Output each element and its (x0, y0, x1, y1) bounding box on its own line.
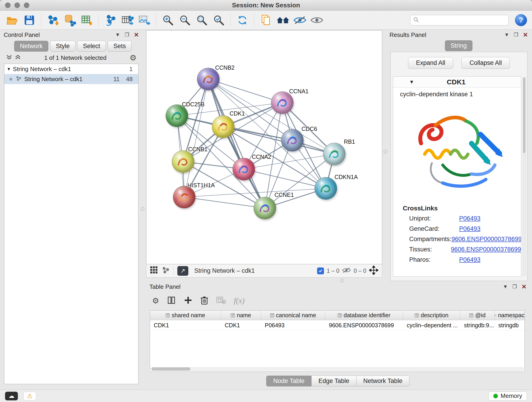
tab-network[interactable]: Network (14, 41, 48, 51)
zoom-window-button[interactable] (24, 2, 29, 8)
tab-style[interactable]: Style (50, 41, 75, 51)
column-header[interactable]: canonical name (261, 311, 325, 320)
card-collapse-icon[interactable]: ▼ (409, 79, 414, 85)
show-columns-icon[interactable] (167, 296, 176, 306)
network-node[interactable] (166, 104, 188, 127)
gear-icon[interactable]: ⚙ (130, 54, 137, 62)
table-cell[interactable]: stringdb (495, 320, 525, 330)
protein-thumbnail-icon (281, 129, 304, 152)
crosslink-value-link[interactable]: 9606.ENSP00000378699 (451, 246, 521, 253)
network-node[interactable] (197, 68, 220, 90)
protein-thumbnail-icon (323, 143, 346, 166)
warnings-button[interactable]: ⚠ (23, 392, 36, 400)
panel-close-icon[interactable]: ✕ (134, 32, 139, 38)
right-splitter-handle[interactable] (384, 150, 387, 153)
panel-menu-icon[interactable]: ▼ (503, 284, 508, 289)
clone-network-button[interactable] (259, 13, 273, 27)
network-node[interactable] (281, 129, 304, 152)
search-input[interactable] (421, 17, 506, 24)
table-cell[interactable]: P06493 (261, 320, 325, 330)
zoom-fit-button[interactable] (195, 13, 209, 27)
new-network-from-selection-button[interactable] (103, 13, 118, 27)
save-session-button[interactable] (22, 13, 37, 27)
zoom-out-button[interactable] (177, 13, 192, 27)
network-node[interactable] (173, 186, 196, 208)
results-scrollbar[interactable] (523, 77, 526, 276)
export-network-button[interactable] (120, 13, 135, 27)
add-column-icon[interactable] (184, 296, 192, 306)
tab-edge-table[interactable]: Edge Table (311, 376, 356, 386)
panel-menu-icon[interactable]: ▼ (115, 32, 120, 37)
memory-button[interactable]: Memory (488, 391, 527, 401)
table-cell[interactable]: CDK1 (221, 320, 261, 330)
table-cell[interactable]: CDK1 (150, 320, 221, 330)
column-header[interactable]: description (403, 311, 460, 320)
import-network-from-file-button[interactable] (46, 13, 60, 27)
panel-close-icon[interactable]: ✕ (521, 284, 526, 290)
column-header[interactable]: @id (460, 311, 495, 320)
crosslink-value-link[interactable]: P06493 (459, 215, 481, 222)
collapse-all-icon[interactable] (6, 54, 12, 61)
network-node[interactable] (233, 158, 255, 180)
import-table-button[interactable] (80, 13, 94, 27)
table-row[interactable]: CDK1 CDK1 P06493 9606.ENSP00000378699 cy… (150, 320, 525, 330)
expand-all-icon[interactable] (15, 54, 21, 61)
network-share-icon[interactable] (162, 266, 170, 276)
help-button[interactable]: ? (515, 14, 527, 26)
network-view-canvas[interactable]: CCNB2CCNA1CDC25BCDK1CDC6RB1CCNB1CCNA2CDK… (146, 30, 382, 264)
tree-expander-icon[interactable]: ▾ (7, 66, 10, 72)
expand-all-button[interactable]: Expand All (408, 57, 453, 69)
network-node[interactable] (254, 197, 276, 219)
pan-crosshair-icon[interactable] (369, 266, 378, 276)
tab-select[interactable]: Select (77, 41, 106, 51)
birdseye-icon[interactable] (150, 266, 158, 275)
table-horizontal-scrollbar[interactable] (151, 367, 524, 371)
panel-float-icon[interactable]: ❐ (512, 284, 517, 289)
home-button[interactable] (276, 13, 290, 27)
open-session-button[interactable] (5, 13, 20, 27)
table-cell[interactable]: cyclin–dependent ... (403, 320, 460, 330)
panel-menu-icon[interactable]: ▼ (504, 32, 509, 37)
tab-node-table[interactable]: Node Table (266, 376, 312, 386)
import-network-from-database-button[interactable] (63, 13, 77, 27)
tab-network-table[interactable]: Network Table (356, 376, 410, 386)
minimize-window-button[interactable] (14, 2, 20, 8)
export-image-button[interactable] (137, 13, 152, 27)
column-header[interactable]: name (221, 311, 261, 320)
panel-float-icon[interactable]: ❐ (514, 32, 518, 37)
horizontal-splitter-handle[interactable] (340, 279, 344, 282)
refresh-button[interactable] (235, 13, 250, 27)
tab-string[interactable]: String (445, 40, 473, 51)
column-header[interactable]: shared name (150, 311, 221, 320)
table-cell[interactable]: stringdb:9... (460, 320, 495, 330)
crosslink-value-link[interactable]: P06493 (459, 225, 481, 232)
zoom-selected-button[interactable] (211, 13, 226, 27)
left-splitter-handle[interactable] (141, 207, 144, 211)
network-node[interactable] (172, 150, 194, 173)
tab-sets[interactable]: Sets (108, 41, 132, 51)
cloud-button[interactable]: ☁ (5, 392, 18, 400)
zoom-in-button[interactable] (161, 13, 175, 27)
column-header[interactable]: database identifier (325, 311, 403, 320)
crosslink-value-link[interactable]: 9606.ENSP00000378699 (452, 236, 521, 243)
column-header[interactable]: namespac (495, 311, 525, 320)
open-in-browser-button[interactable]: ↗ (177, 266, 188, 276)
network-node[interactable] (315, 177, 337, 200)
panel-float-icon[interactable]: ❐ (125, 32, 129, 37)
collapse-all-button[interactable]: Collapse All (462, 57, 510, 69)
table-cell[interactable]: 9606.ENSP00000378699 (325, 320, 403, 330)
network-collection-row[interactable]: ▾ String Network – cdk1 1 (4, 64, 138, 74)
network-node[interactable] (271, 91, 293, 114)
table-settings-gear-icon[interactable]: ⚙ (152, 297, 159, 305)
close-window-button[interactable] (5, 2, 11, 8)
hide-selected-button[interactable] (293, 13, 307, 27)
delete-column-icon[interactable] (200, 296, 209, 306)
crosslink-value-link[interactable]: P06493 (459, 256, 481, 263)
panel-close-icon[interactable]: ✕ (523, 32, 528, 38)
hidden-eye-icon[interactable] (342, 267, 351, 275)
network-node[interactable] (323, 143, 346, 165)
selected-checkbox-icon[interactable] (317, 268, 324, 274)
show-all-button[interactable] (310, 13, 324, 27)
network-node[interactable] (212, 115, 234, 138)
network-row[interactable]: String Network – cdk1 11 48 (4, 74, 138, 84)
